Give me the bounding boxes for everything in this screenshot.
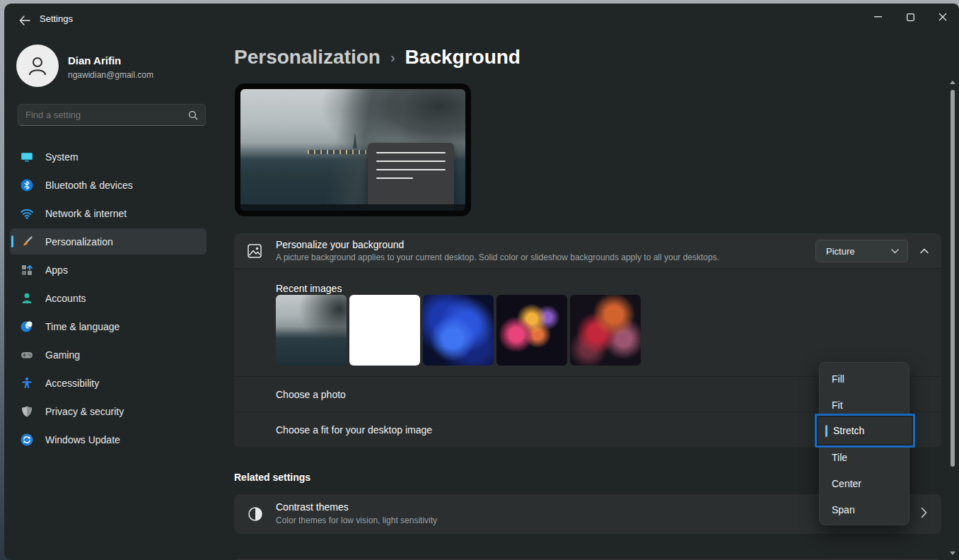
choose-photo-label: Choose a photo — [276, 389, 346, 400]
window-controls — [861, 4, 959, 33]
person-icon — [20, 291, 34, 305]
person-avatar-icon — [25, 54, 50, 78]
display-icon — [20, 150, 34, 164]
page-title: Background — [405, 46, 521, 69]
gamepad-icon — [20, 348, 34, 362]
back-button[interactable] — [13, 9, 37, 32]
search-icon — [188, 110, 198, 120]
sidebar-item-apps[interactable]: Apps — [10, 257, 207, 283]
accessibility-icon — [20, 376, 34, 390]
breadcrumb: Personalization › Background — [234, 46, 521, 69]
sidebar-item-gaming[interactable]: Gaming — [10, 342, 207, 368]
contrast-icon — [247, 506, 264, 523]
thumbnail-solid-white[interactable] — [349, 295, 420, 366]
sidebar-item-network[interactable]: Network & internet — [10, 200, 207, 226]
chevron-right-icon — [921, 507, 927, 518]
back-arrow-icon — [19, 16, 30, 25]
apps-icon — [20, 263, 34, 277]
titlebar: Settings — [4, 4, 959, 37]
chevron-up-icon — [920, 248, 929, 254]
sidebar-item-label: Personalization — [45, 236, 113, 247]
selected-indicator — [11, 235, 13, 247]
sidebar-item-label: Apps — [45, 264, 68, 276]
thumbnail-windows-bloom-dark[interactable] — [496, 295, 567, 366]
sidebar-item-windows-update[interactable]: Windows Update — [10, 426, 207, 453]
fit-option-fill[interactable]: Fill — [823, 367, 907, 391]
search-box[interactable] — [18, 104, 206, 126]
thumbnail-abstract-red-ribbons[interactable] — [570, 295, 641, 366]
choose-fit-label: Choose a fit for your desktop image — [276, 424, 432, 436]
bluetooth-icon — [20, 178, 34, 192]
sidebar-item-label: System — [45, 151, 79, 163]
background-card-title: Personalize your background — [276, 239, 404, 250]
update-icon — [20, 433, 34, 447]
fit-option-tile[interactable]: Tile — [823, 445, 907, 469]
sidebar-item-personalization[interactable]: Personalization — [10, 228, 207, 255]
profile-name: Dian Arifin — [68, 54, 121, 66]
preview-dialog-mock — [368, 143, 454, 211]
sidebar-item-label: Bluetooth & devices — [45, 180, 133, 191]
contrast-themes-title: Contrast themes — [276, 501, 349, 513]
maximize-button[interactable] — [894, 4, 926, 30]
recent-images-row — [276, 295, 641, 366]
sidebar-item-system[interactable]: System — [10, 144, 207, 170]
background-type-value: Picture — [826, 246, 854, 257]
fit-option-center[interactable]: Center — [823, 472, 907, 496]
related-settings-heading: Related settings — [234, 472, 310, 483]
window-title: Settings — [40, 13, 73, 24]
selected-option-indicator — [825, 425, 827, 437]
sidebar-item-label: Accessibility — [45, 378, 99, 389]
church-spire — [353, 133, 357, 148]
profile-email: ngawidian@gmail.com — [68, 70, 153, 80]
sidebar: System Bluetooth & devices Network & int… — [10, 144, 207, 455]
contrast-themes-subtitle: Color themes for low vision, light sensi… — [276, 515, 437, 525]
fit-option-stretch-label: Stretch — [833, 425, 864, 436]
sidebar-item-accessibility[interactable]: Accessibility — [10, 370, 207, 396]
recent-images-label: Recent images — [276, 283, 342, 294]
sidebar-item-time-language[interactable]: Time & language — [10, 313, 207, 339]
sidebar-item-label: Network & internet — [45, 208, 127, 219]
sidebar-item-bluetooth[interactable]: Bluetooth & devices — [10, 172, 207, 198]
breadcrumb-parent[interactable]: Personalization — [234, 46, 380, 69]
minimize-button[interactable] — [861, 4, 894, 30]
sidebar-item-privacy[interactable]: Privacy & security — [10, 398, 207, 424]
chevron-down-icon — [891, 249, 899, 254]
thumbnail-misty-lake-village[interactable] — [276, 295, 347, 366]
sidebar-item-label: Accounts — [45, 293, 86, 304]
background-type-dropdown[interactable]: Picture — [815, 240, 908, 262]
desktop-preview-frame — [235, 83, 471, 216]
scrollbar-thumb[interactable] — [951, 90, 955, 467]
background-card-header[interactable]: Personalize your background A picture ba… — [234, 233, 941, 269]
search-input[interactable] — [18, 110, 188, 120]
sidebar-item-accounts[interactable]: Accounts — [10, 285, 207, 311]
scroll-up-icon[interactable] — [950, 80, 955, 86]
clock-globe-icon — [20, 320, 34, 334]
fit-option-span[interactable]: Span — [823, 498, 907, 522]
paintbrush-icon — [20, 235, 34, 249]
sidebar-item-label: Privacy & security — [45, 406, 124, 417]
sidebar-item-label: Gaming — [45, 349, 80, 361]
expander-collapse-button[interactable] — [916, 243, 933, 259]
desktop-preview-image — [240, 89, 465, 211]
sidebar-item-label: Windows Update — [45, 434, 120, 445]
preview-taskbar — [240, 204, 465, 211]
minimize-icon — [874, 16, 882, 18]
wifi-icon — [20, 206, 34, 221]
scrollbar[interactable] — [948, 74, 957, 560]
sidebar-item-label: Time & language — [45, 321, 120, 332]
shield-icon — [20, 404, 34, 419]
fit-option-stretch-selected[interactable]: Stretch — [815, 414, 915, 448]
breadcrumb-separator: › — [390, 49, 395, 66]
background-card-description: A picture background applies to your cur… — [276, 252, 719, 262]
avatar[interactable] — [16, 45, 59, 87]
close-icon — [938, 13, 947, 21]
settings-window: Settings Dian Arifin ngawidian@gmail.com — [4, 4, 959, 560]
thumbnail-windows-bloom-blue[interactable] — [423, 295, 494, 366]
photo-icon — [246, 243, 263, 259]
close-button[interactable] — [926, 4, 959, 30]
maximize-icon — [907, 13, 914, 21]
scroll-down-icon[interactable] — [950, 550, 955, 556]
